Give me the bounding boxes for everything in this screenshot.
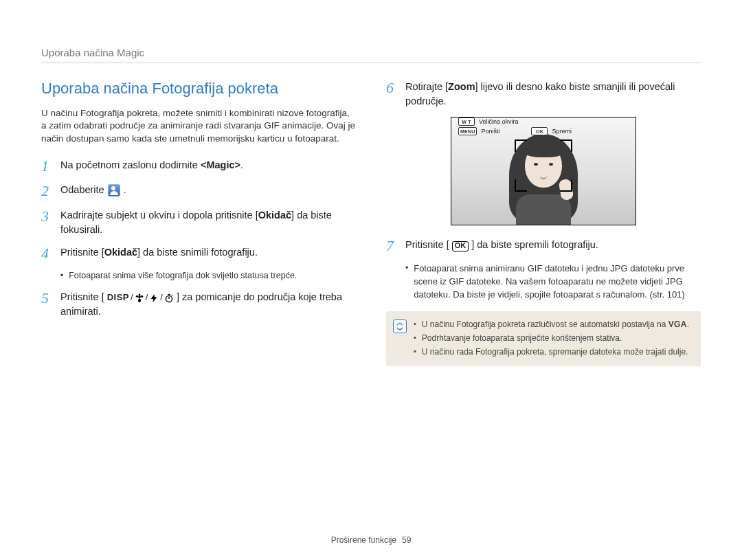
step-5: 5 Pritisnite [ DISP/ / / ] za pomicanje … bbox=[41, 290, 356, 319]
section-title: Uporaba načina Fotografija pokreta bbox=[41, 80, 356, 98]
step-4: 4 Pritisnite [Okidač] da biste snimili f… bbox=[41, 245, 356, 262]
macro-icon bbox=[135, 293, 144, 303]
step-text: Pritisnite [Okidač] da biste snimili fot… bbox=[60, 245, 356, 260]
step-number: 6 bbox=[386, 80, 405, 96]
step-text: Rotirajte [Zoom] lijevo ili desno kako b… bbox=[405, 80, 701, 109]
step-1: 1 Na početnom zaslonu dodirnite <Magic>. bbox=[41, 158, 356, 175]
screen-labels: W T Veličina okvira MENU Poništi OK Spre… bbox=[454, 117, 636, 144]
preview-image: W T Veličina okvira MENU Poništi OK Spre… bbox=[451, 117, 636, 225]
step-3: 3 Kadrirajte subjekt u okviru i dopola p… bbox=[41, 208, 356, 237]
svg-point-2 bbox=[135, 295, 138, 298]
cancel-label: Poništi bbox=[481, 128, 499, 135]
intro-paragraph: U načinu Fotografija pokreta, možete sni… bbox=[41, 107, 356, 146]
svg-point-3 bbox=[140, 295, 143, 298]
ok-button-icon: OK bbox=[452, 241, 469, 251]
step-7-bullet: •Fotoaparat snima animiranu GIF datoteku… bbox=[405, 262, 701, 302]
ok-key-icon: OK bbox=[531, 127, 548, 135]
menu-key-icon: MENU bbox=[458, 127, 477, 135]
right-column: 6 Rotirajte [Zoom] lijevo ili desno kako… bbox=[386, 80, 701, 366]
divider bbox=[41, 63, 701, 63]
svg-point-1 bbox=[138, 293, 140, 296]
svg-rect-7 bbox=[168, 294, 170, 295]
wt-key-icon: W T bbox=[458, 117, 475, 126]
frame-size-label: W T Veličina okvira bbox=[458, 117, 634, 126]
motion-photo-mode-icon bbox=[108, 184, 120, 197]
info-note-box: • U načinu Fotografija pokreta razlučivo… bbox=[386, 311, 701, 366]
svg-point-0 bbox=[138, 295, 141, 298]
info-icon bbox=[393, 320, 407, 333]
step-7: 7 Pritisnite [ OK ] da biste spremili fo… bbox=[386, 238, 701, 254]
flash-icon bbox=[149, 293, 159, 303]
step-text: Pritisnite [ OK ] da biste spremili foto… bbox=[405, 238, 701, 252]
step-text: Kadrirajte subjekt u okviru i dopola pri… bbox=[60, 208, 356, 237]
save-label: Spremi bbox=[552, 128, 572, 135]
step-number: 5 bbox=[41, 290, 60, 306]
step-number: 4 bbox=[41, 245, 60, 262]
timer-icon bbox=[164, 293, 174, 303]
step-number: 3 bbox=[41, 208, 60, 225]
step-2: 2 Odaberite . bbox=[41, 183, 356, 199]
focus-frame-icon bbox=[515, 139, 572, 192]
page-footer: Proširene funkcije59 bbox=[0, 535, 742, 545]
svg-line-8 bbox=[172, 295, 172, 295]
step-6: 6 Rotirajte [Zoom] lijevo ili desno kako… bbox=[386, 80, 701, 109]
vga-icon: VGA bbox=[668, 320, 687, 329]
page-header: Uporaba načina Magic bbox=[41, 47, 701, 58]
info-list: • U načinu Fotografija pokreta razlučivo… bbox=[414, 318, 689, 359]
nav-buttons-cluster: DISP/ / / bbox=[107, 291, 174, 304]
step-text: Pritisnite [ DISP/ / / ] za pomicanje do… bbox=[60, 290, 356, 319]
step-number: 7 bbox=[386, 238, 405, 254]
step-number: 2 bbox=[41, 183, 60, 199]
step-4-bullet: • Fotoaparat snima više fotografija dok … bbox=[60, 270, 356, 282]
camera-screen-preview: W T Veličina okvira MENU Poništi OK Spre… bbox=[451, 117, 636, 225]
left-column: Uporaba načina Fotografija pokreta U nač… bbox=[41, 80, 356, 366]
step-text: Odaberite . bbox=[60, 183, 356, 197]
step-text: Na početnom zaslonu dodirnite <Magic>. bbox=[60, 158, 356, 172]
svg-marker-4 bbox=[151, 294, 157, 302]
step-number: 1 bbox=[41, 158, 60, 175]
disp-button-icon: DISP bbox=[107, 291, 129, 304]
